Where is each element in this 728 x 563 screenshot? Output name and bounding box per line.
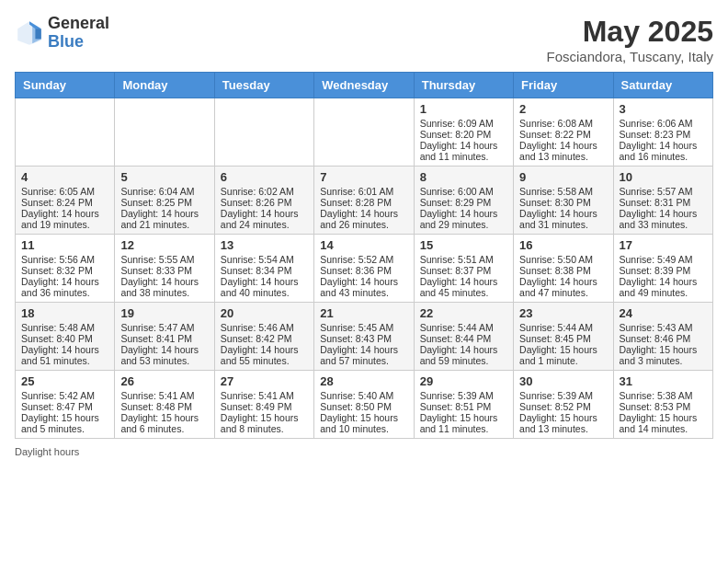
day-info: Sunrise: 5:47 AM	[120, 322, 208, 333]
day-number: 24	[620, 306, 707, 320]
day-number: 19	[120, 306, 208, 320]
day-info: Sunset: 8:52 PM	[519, 401, 607, 412]
day-info: Daylight: 14 hours and 59 minutes.	[420, 344, 507, 366]
calendar-cell: 3Sunrise: 6:06 AMSunset: 8:23 PMDaylight…	[613, 98, 712, 167]
calendar-cell: 27Sunrise: 5:41 AMSunset: 8:49 PMDayligh…	[214, 371, 313, 439]
day-info: Daylight: 14 hours and 51 minutes.	[21, 344, 108, 366]
day-info: Sunrise: 6:06 AM	[620, 118, 707, 129]
day-info: Sunset: 8:42 PM	[221, 333, 308, 344]
day-number: 25	[21, 374, 108, 388]
calendar-cell: 31Sunrise: 5:38 AMSunset: 8:53 PMDayligh…	[613, 371, 712, 439]
day-info: Daylight: 14 hours and 29 minutes.	[420, 208, 507, 230]
month-title: May 2025	[547, 15, 713, 49]
day-info: Sunrise: 6:08 AM	[519, 118, 607, 129]
calendar-cell: 13Sunrise: 5:54 AMSunset: 8:34 PMDayligh…	[214, 235, 313, 303]
day-number: 26	[120, 374, 208, 388]
day-info: Sunset: 8:38 PM	[519, 265, 607, 276]
calendar-cell: 4Sunrise: 6:05 AMSunset: 8:24 PMDaylight…	[16, 167, 115, 235]
day-info: Sunrise: 5:44 AM	[420, 322, 507, 333]
day-number: 20	[221, 306, 308, 320]
day-info: Sunset: 8:51 PM	[420, 401, 507, 412]
day-info: Daylight: 15 hours and 5 minutes.	[21, 412, 108, 434]
day-number: 6	[221, 170, 308, 184]
day-info: Sunset: 8:44 PM	[420, 333, 507, 344]
day-info: Sunset: 8:39 PM	[620, 265, 707, 276]
day-number: 5	[120, 170, 208, 184]
column-header-thursday: Thursday	[414, 73, 513, 98]
day-number: 3	[620, 102, 707, 116]
logo-icon	[15, 18, 44, 48]
day-number: 16	[519, 238, 607, 252]
day-number: 30	[519, 374, 607, 388]
day-number: 22	[420, 306, 507, 320]
day-number: 23	[519, 306, 607, 320]
day-number: 17	[620, 238, 707, 252]
day-info: Sunrise: 5:38 AM	[620, 390, 707, 401]
day-info: Sunset: 8:40 PM	[21, 333, 108, 344]
calendar-cell: 14Sunrise: 5:52 AMSunset: 8:36 PMDayligh…	[314, 235, 414, 303]
day-info: Daylight: 14 hours and 55 minutes.	[221, 344, 308, 366]
day-number: 9	[519, 170, 607, 184]
day-info: Daylight: 15 hours and 3 minutes.	[620, 344, 707, 366]
day-number: 2	[519, 102, 607, 116]
calendar-cell: 21Sunrise: 5:45 AMSunset: 8:43 PMDayligh…	[314, 303, 414, 371]
day-info: Sunset: 8:33 PM	[120, 265, 208, 276]
day-info: Sunset: 8:30 PM	[519, 197, 607, 208]
logo: General Blue	[15, 15, 109, 52]
day-info: Daylight: 14 hours and 40 minutes.	[221, 276, 308, 298]
day-info: Sunset: 8:28 PM	[320, 197, 407, 208]
day-info: Sunrise: 5:44 AM	[519, 322, 607, 333]
calendar-cell: 30Sunrise: 5:39 AMSunset: 8:52 PMDayligh…	[514, 371, 613, 439]
day-info: Sunset: 8:50 PM	[320, 401, 407, 412]
calendar-cell: 2Sunrise: 6:08 AMSunset: 8:22 PMDaylight…	[514, 98, 613, 167]
day-info: Daylight: 15 hours and 14 minutes.	[620, 412, 707, 434]
calendar-cell: 7Sunrise: 6:01 AMSunset: 8:28 PMDaylight…	[314, 167, 414, 235]
day-number: 10	[620, 170, 707, 184]
day-info: Sunrise: 5:39 AM	[420, 390, 507, 401]
day-number: 21	[320, 306, 407, 320]
day-info: Sunset: 8:22 PM	[519, 129, 607, 140]
day-number: 4	[21, 170, 108, 184]
calendar-cell: 29Sunrise: 5:39 AMSunset: 8:51 PMDayligh…	[414, 371, 513, 439]
day-info: Sunset: 8:46 PM	[620, 333, 707, 344]
day-info: Sunrise: 5:39 AM	[519, 390, 607, 401]
footer-text: Daylight hours	[15, 446, 79, 457]
day-info: Sunrise: 5:40 AM	[320, 390, 407, 401]
day-info: Daylight: 15 hours and 1 minute.	[519, 344, 607, 366]
day-info: Sunrise: 5:43 AM	[620, 322, 707, 333]
calendar-cell: 11Sunrise: 5:56 AMSunset: 8:32 PMDayligh…	[16, 235, 115, 303]
calendar-week-4: 25Sunrise: 5:42 AMSunset: 8:47 PMDayligh…	[16, 371, 713, 439]
day-info: Sunset: 8:53 PM	[620, 401, 707, 412]
day-info: Daylight: 15 hours and 6 minutes.	[120, 412, 208, 434]
day-info: Sunset: 8:43 PM	[320, 333, 407, 344]
column-header-friday: Friday	[514, 73, 613, 98]
day-info: Sunrise: 5:51 AM	[420, 254, 507, 265]
day-number: 27	[221, 374, 308, 388]
day-info: Daylight: 14 hours and 43 minutes.	[320, 276, 407, 298]
calendar-cell: 24Sunrise: 5:43 AMSunset: 8:46 PMDayligh…	[613, 303, 712, 371]
day-info: Sunrise: 6:00 AM	[420, 186, 507, 197]
day-number: 29	[420, 374, 507, 388]
calendar-cell	[214, 98, 313, 167]
column-header-wednesday: Wednesday	[314, 73, 414, 98]
day-info: Daylight: 14 hours and 38 minutes.	[120, 276, 208, 298]
day-info: Sunset: 8:23 PM	[620, 129, 707, 140]
calendar-cell: 10Sunrise: 5:57 AMSunset: 8:31 PMDayligh…	[613, 167, 712, 235]
calendar-cell: 26Sunrise: 5:41 AMSunset: 8:48 PMDayligh…	[115, 371, 214, 439]
logo-text: General Blue	[48, 15, 109, 52]
day-info: Daylight: 14 hours and 36 minutes.	[21, 276, 108, 298]
day-info: Sunrise: 5:55 AM	[120, 254, 208, 265]
day-info: Sunrise: 5:56 AM	[21, 254, 108, 265]
day-info: Daylight: 15 hours and 8 minutes.	[221, 412, 308, 434]
day-number: 1	[420, 102, 507, 116]
day-number: 13	[221, 238, 308, 252]
calendar-cell: 28Sunrise: 5:40 AMSunset: 8:50 PMDayligh…	[314, 371, 414, 439]
day-info: Sunrise: 5:57 AM	[620, 186, 707, 197]
day-number: 31	[620, 374, 707, 388]
day-number: 15	[420, 238, 507, 252]
day-info: Sunrise: 6:01 AM	[320, 186, 407, 197]
day-info: Daylight: 14 hours and 13 minutes.	[519, 140, 607, 162]
calendar-header-row: SundayMondayTuesdayWednesdayThursdayFrid…	[16, 73, 713, 98]
svg-marker-3	[35, 29, 40, 39]
calendar-cell: 23Sunrise: 5:44 AMSunset: 8:45 PMDayligh…	[514, 303, 613, 371]
